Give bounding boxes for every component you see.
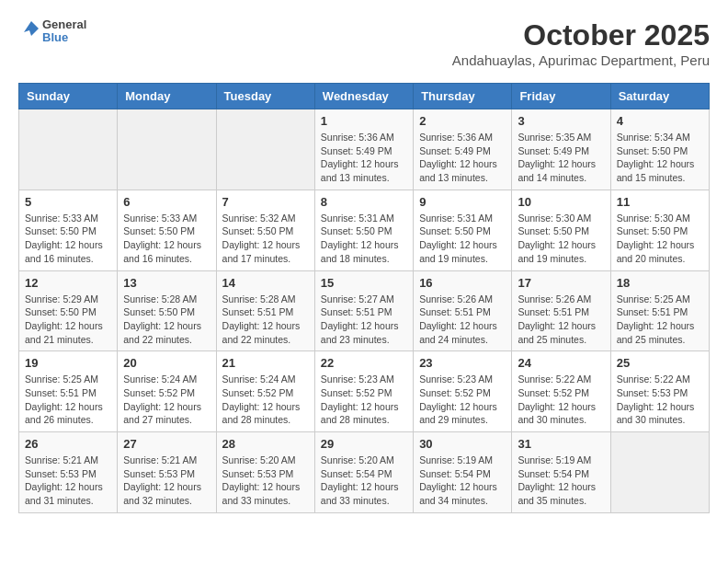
page-container: General Blue October 2025 Andahuaylas, A… (18, 18, 710, 513)
day-info: Sunrise: 5:20 AM Sunset: 5:53 PM Dayligh… (222, 454, 309, 508)
day-number: 31 (518, 437, 604, 451)
day-number: 17 (518, 276, 604, 290)
month-title: October 2025 (452, 18, 710, 52)
day-number: 21 (222, 356, 309, 370)
day-info: Sunrise: 5:36 AM Sunset: 5:49 PM Dayligh… (419, 131, 506, 185)
day-number: 7 (222, 195, 309, 209)
weekday-header-saturday: Saturday (610, 84, 709, 109)
day-number: 13 (123, 276, 210, 290)
day-info: Sunrise: 5:28 AM Sunset: 5:51 PM Dayligh… (222, 293, 309, 347)
weekday-header-monday: Monday (118, 84, 216, 109)
calendar-cell: 27Sunrise: 5:21 AM Sunset: 5:53 PM Dayli… (118, 432, 216, 513)
day-number: 30 (419, 437, 506, 451)
calendar-cell: 2Sunrise: 5:36 AM Sunset: 5:49 PM Daylig… (414, 109, 512, 190)
weekday-header-sunday: Sunday (19, 84, 118, 109)
calendar-cell (610, 432, 709, 513)
calendar-cell: 4Sunrise: 5:34 AM Sunset: 5:50 PM Daylig… (610, 109, 709, 190)
day-number: 8 (321, 195, 407, 209)
day-info: Sunrise: 5:22 AM Sunset: 5:53 PM Dayligh… (617, 373, 703, 427)
day-number: 11 (617, 195, 703, 209)
calendar-cell: 16Sunrise: 5:26 AM Sunset: 5:51 PM Dayli… (414, 270, 512, 351)
calendar-cell (19, 109, 118, 190)
day-number: 26 (25, 437, 111, 451)
title-section: October 2025 Andahuaylas, Apurimac Depar… (452, 18, 710, 68)
day-info: Sunrise: 5:26 AM Sunset: 5:51 PM Dayligh… (518, 293, 604, 347)
weekday-header-tuesday: Tuesday (216, 84, 314, 109)
day-info: Sunrise: 5:24 AM Sunset: 5:52 PM Dayligh… (123, 373, 210, 427)
week-row-2: 5Sunrise: 5:33 AM Sunset: 5:50 PM Daylig… (19, 190, 710, 270)
calendar-table: SundayMondayTuesdayWednesdayThursdayFrid… (18, 83, 710, 513)
day-number: 12 (25, 276, 111, 290)
calendar-cell: 5Sunrise: 5:33 AM Sunset: 5:50 PM Daylig… (19, 190, 118, 270)
day-info: Sunrise: 5:27 AM Sunset: 5:51 PM Dayligh… (321, 293, 407, 347)
day-info: Sunrise: 5:32 AM Sunset: 5:50 PM Dayligh… (222, 212, 309, 266)
day-info: Sunrise: 5:23 AM Sunset: 5:52 PM Dayligh… (321, 373, 407, 427)
calendar-cell: 10Sunrise: 5:30 AM Sunset: 5:50 PM Dayli… (512, 190, 610, 270)
day-number: 4 (617, 114, 703, 128)
calendar-cell: 7Sunrise: 5:32 AM Sunset: 5:50 PM Daylig… (216, 190, 314, 270)
day-number: 19 (25, 356, 111, 370)
calendar-cell: 21Sunrise: 5:24 AM Sunset: 5:52 PM Dayli… (216, 351, 314, 432)
day-number: 16 (419, 276, 506, 290)
day-info: Sunrise: 5:36 AM Sunset: 5:49 PM Dayligh… (321, 131, 407, 185)
week-row-1: 1Sunrise: 5:36 AM Sunset: 5:49 PM Daylig… (19, 109, 710, 190)
day-info: Sunrise: 5:35 AM Sunset: 5:49 PM Dayligh… (518, 131, 604, 185)
logo: General Blue (18, 18, 86, 45)
calendar-cell (216, 109, 314, 190)
day-info: Sunrise: 5:21 AM Sunset: 5:53 PM Dayligh… (123, 454, 210, 508)
calendar-cell: 9Sunrise: 5:31 AM Sunset: 5:50 PM Daylig… (414, 190, 512, 270)
calendar-cell: 14Sunrise: 5:28 AM Sunset: 5:51 PM Dayli… (216, 270, 314, 351)
calendar-cell: 22Sunrise: 5:23 AM Sunset: 5:52 PM Dayli… (314, 351, 413, 432)
day-info: Sunrise: 5:26 AM Sunset: 5:51 PM Dayligh… (419, 293, 506, 347)
day-info: Sunrise: 5:30 AM Sunset: 5:50 PM Dayligh… (617, 212, 703, 266)
calendar-cell: 29Sunrise: 5:20 AM Sunset: 5:54 PM Dayli… (314, 432, 413, 513)
day-number: 24 (518, 356, 604, 370)
weekday-header-row: SundayMondayTuesdayWednesdayThursdayFrid… (19, 84, 710, 109)
logo-bird-icon (18, 19, 39, 40)
calendar-cell: 17Sunrise: 5:26 AM Sunset: 5:51 PM Dayli… (512, 270, 610, 351)
calendar-cell: 26Sunrise: 5:21 AM Sunset: 5:53 PM Dayli… (19, 432, 118, 513)
week-row-4: 19Sunrise: 5:25 AM Sunset: 5:51 PM Dayli… (19, 351, 710, 432)
week-row-3: 12Sunrise: 5:29 AM Sunset: 5:50 PM Dayli… (19, 270, 710, 351)
day-number: 1 (321, 114, 407, 128)
day-number: 20 (123, 356, 210, 370)
day-number: 18 (617, 276, 703, 290)
calendar-cell: 3Sunrise: 5:35 AM Sunset: 5:49 PM Daylig… (512, 109, 610, 190)
calendar-cell: 11Sunrise: 5:30 AM Sunset: 5:50 PM Dayli… (610, 190, 709, 270)
calendar-cell: 12Sunrise: 5:29 AM Sunset: 5:50 PM Dayli… (19, 270, 118, 351)
week-row-5: 26Sunrise: 5:21 AM Sunset: 5:53 PM Dayli… (19, 432, 710, 513)
day-info: Sunrise: 5:19 AM Sunset: 5:54 PM Dayligh… (419, 454, 506, 508)
subtitle: Andahuaylas, Apurimac Department, Peru (452, 52, 710, 68)
calendar-cell: 13Sunrise: 5:28 AM Sunset: 5:50 PM Dayli… (118, 270, 216, 351)
calendar-cell (118, 109, 216, 190)
calendar-cell: 28Sunrise: 5:20 AM Sunset: 5:53 PM Dayli… (216, 432, 314, 513)
weekday-header-friday: Friday (512, 84, 610, 109)
day-info: Sunrise: 5:25 AM Sunset: 5:51 PM Dayligh… (25, 373, 111, 427)
day-info: Sunrise: 5:21 AM Sunset: 5:53 PM Dayligh… (25, 454, 111, 508)
day-info: Sunrise: 5:30 AM Sunset: 5:50 PM Dayligh… (518, 212, 604, 266)
day-info: Sunrise: 5:34 AM Sunset: 5:50 PM Dayligh… (617, 131, 703, 185)
day-info: Sunrise: 5:24 AM Sunset: 5:52 PM Dayligh… (222, 373, 309, 427)
day-info: Sunrise: 5:28 AM Sunset: 5:50 PM Dayligh… (123, 293, 210, 347)
logo-general: General (42, 18, 86, 31)
calendar-cell: 23Sunrise: 5:23 AM Sunset: 5:52 PM Dayli… (414, 351, 512, 432)
day-number: 23 (419, 356, 506, 370)
calendar-cell: 31Sunrise: 5:19 AM Sunset: 5:54 PM Dayli… (512, 432, 610, 513)
calendar-cell: 1Sunrise: 5:36 AM Sunset: 5:49 PM Daylig… (314, 109, 413, 190)
day-number: 3 (518, 114, 604, 128)
day-info: Sunrise: 5:29 AM Sunset: 5:50 PM Dayligh… (25, 293, 111, 347)
day-info: Sunrise: 5:20 AM Sunset: 5:54 PM Dayligh… (321, 454, 407, 508)
logo-blue: Blue (42, 31, 86, 44)
calendar-cell: 15Sunrise: 5:27 AM Sunset: 5:51 PM Dayli… (314, 270, 413, 351)
svg-marker-0 (24, 21, 39, 36)
day-number: 2 (419, 114, 506, 128)
day-number: 10 (518, 195, 604, 209)
day-info: Sunrise: 5:33 AM Sunset: 5:50 PM Dayligh… (123, 212, 210, 266)
calendar-cell: 6Sunrise: 5:33 AM Sunset: 5:50 PM Daylig… (118, 190, 216, 270)
day-number: 27 (123, 437, 210, 451)
weekday-header-thursday: Thursday (414, 84, 512, 109)
day-info: Sunrise: 5:22 AM Sunset: 5:52 PM Dayligh… (518, 373, 604, 427)
weekday-header-wednesday: Wednesday (314, 84, 413, 109)
calendar-cell: 18Sunrise: 5:25 AM Sunset: 5:51 PM Dayli… (610, 270, 709, 351)
calendar-cell: 25Sunrise: 5:22 AM Sunset: 5:53 PM Dayli… (610, 351, 709, 432)
